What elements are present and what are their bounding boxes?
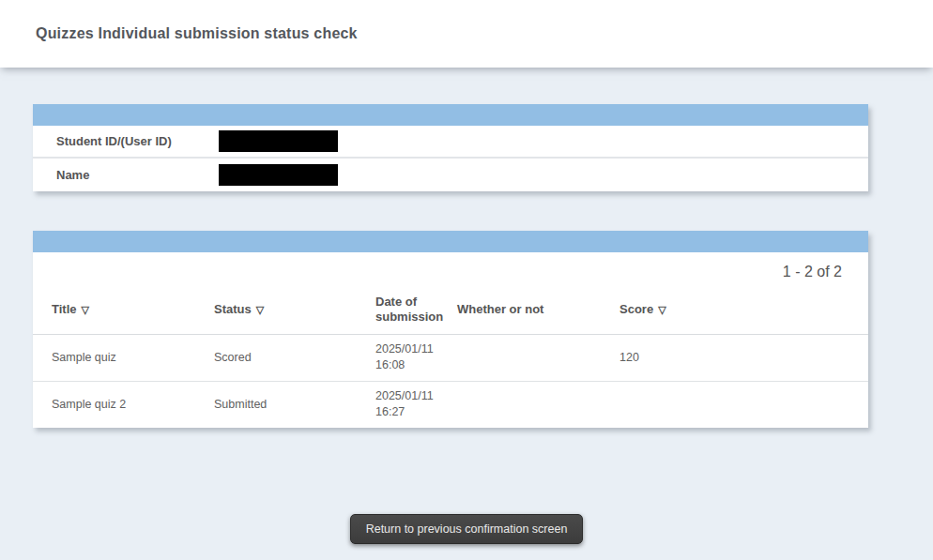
student-name-row: Name xyxy=(33,159,868,191)
redacted-student-id xyxy=(219,130,338,152)
submission-row-2: Sample quiz 2 Submitted 2025/01/11 16:27 xyxy=(33,381,868,428)
column-header-score[interactable]: Score▽ xyxy=(601,292,868,334)
student-id-row: Student ID/(User ID) xyxy=(33,126,868,159)
top-header-bar: Quizzes Individual submission status che… xyxy=(0,0,933,68)
student-name-label: Name xyxy=(33,168,219,182)
student-id-value xyxy=(219,130,338,152)
student-info-card: Student ID/(User ID) Name xyxy=(33,104,868,191)
submissions-card: 1 - 2 of 2 Title▽ Status▽ Date of submis… xyxy=(33,231,868,428)
student-info-accent-header xyxy=(33,104,868,126)
cell-whether-or-not xyxy=(438,381,601,428)
submissions-table: Title▽ Status▽ Date of submission Whethe… xyxy=(33,292,868,428)
cell-whether-or-not xyxy=(438,334,601,381)
cell-score: 120 xyxy=(601,334,868,381)
submission-row-1: Sample quiz Scored 2025/01/11 16:08 120 xyxy=(33,334,868,381)
cell-title: Sample quiz xyxy=(33,334,195,381)
return-to-previous-button[interactable]: Return to previous confirmation screen xyxy=(350,514,584,544)
column-header-title[interactable]: Title▽ xyxy=(33,292,195,334)
cell-date-of-submission: 2025/01/11 16:27 xyxy=(357,381,438,428)
column-label-title: Title xyxy=(52,302,77,316)
pagination-row: 1 - 2 of 2 xyxy=(33,252,868,292)
column-header-whether-or-not: Whether or not xyxy=(438,292,601,334)
pagination-status: 1 - 2 of 2 xyxy=(783,264,842,280)
cell-score xyxy=(601,381,868,428)
column-label-score: Score xyxy=(619,302,653,316)
cell-status: Submitted xyxy=(195,381,357,428)
student-id-label: Student ID/(User ID) xyxy=(33,134,219,148)
table-header-row: Title▽ Status▽ Date of submission Whethe… xyxy=(33,292,868,334)
column-label-date-of-submission: Date of submission xyxy=(375,295,443,324)
cell-date-of-submission: 2025/01/11 16:08 xyxy=(357,334,438,381)
cell-status: Scored xyxy=(195,334,357,381)
student-name-value xyxy=(219,164,338,186)
column-header-date-of-submission: Date of submission xyxy=(357,292,438,334)
submissions-accent-header xyxy=(33,231,868,252)
page-title: Quizzes Individual submission status che… xyxy=(36,25,358,42)
redacted-student-name xyxy=(219,164,338,186)
footer-area: Return to previous confirmation screen xyxy=(0,514,933,544)
sort-triangle-icon: ▽ xyxy=(658,304,665,315)
sort-triangle-icon: ▽ xyxy=(82,304,89,315)
column-label-status: Status xyxy=(214,302,252,316)
column-label-whether-or-not: Whether or not xyxy=(457,302,543,316)
column-header-status[interactable]: Status▽ xyxy=(195,292,357,334)
cell-title: Sample quiz 2 xyxy=(33,381,195,428)
sort-triangle-icon: ▽ xyxy=(256,304,264,315)
